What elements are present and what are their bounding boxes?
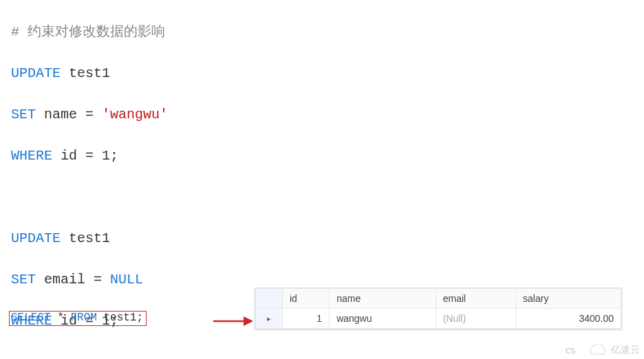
table-name: test1 bbox=[61, 230, 110, 246]
cell-name[interactable]: wangwu bbox=[330, 309, 436, 329]
watermark-text: 亿速云 bbox=[611, 344, 640, 356]
code-comment: # 约束对修改数据的影响 bbox=[11, 24, 165, 40]
kw-update: UPDATE bbox=[11, 65, 61, 81]
row-marker-icon: ▸ bbox=[256, 309, 283, 329]
watermark: 亿速云 bbox=[589, 344, 640, 356]
kw-select: SELECT bbox=[11, 312, 51, 324]
kw-set: SET bbox=[11, 107, 36, 122]
col-header-salary[interactable]: salary bbox=[516, 289, 621, 309]
star: * bbox=[51, 312, 71, 324]
col-email: email bbox=[36, 272, 94, 287]
highlighted-select-stmt: SELECT * FROM test1; bbox=[9, 311, 147, 326]
op-eq: = bbox=[94, 272, 102, 287]
semicolon: ; bbox=[110, 148, 118, 164]
col-id: id bbox=[52, 148, 85, 164]
result-data-row[interactable]: ▸ 1 wangwu (Null) 3400.00 bbox=[256, 309, 621, 329]
col-header-email[interactable]: email bbox=[436, 289, 515, 309]
op-eq: = bbox=[85, 107, 94, 122]
kw-null: NULL bbox=[102, 272, 143, 287]
cell-salary[interactable]: 3400.00 bbox=[516, 309, 621, 329]
kw-set: SET bbox=[11, 272, 36, 287]
kw-where: WHERE bbox=[11, 148, 52, 164]
query-result-grid: id name email salary ▸ 1 wangwu (Null) 3… bbox=[255, 287, 622, 329]
kw-from: FROM bbox=[70, 312, 96, 324]
corner-label: C5 bbox=[566, 347, 575, 355]
str-literal: 'wangwu' bbox=[94, 107, 168, 122]
kw-update: UPDATE bbox=[11, 230, 61, 246]
cell-email-null[interactable]: (Null) bbox=[436, 309, 515, 329]
row-marker-header bbox=[256, 289, 283, 309]
result-header-row: id name email salary bbox=[256, 289, 621, 309]
col-header-id[interactable]: id bbox=[283, 289, 330, 309]
col-header-name[interactable]: name bbox=[330, 289, 436, 309]
semicolon: ; bbox=[136, 312, 143, 324]
svg-marker-1 bbox=[244, 316, 253, 326]
col-name: name bbox=[36, 107, 85, 122]
arrow-icon bbox=[212, 314, 253, 333]
num-literal: 1 bbox=[94, 148, 110, 164]
cell-id[interactable]: 1 bbox=[283, 309, 330, 329]
table-name: test1 bbox=[61, 65, 110, 81]
cloud-icon bbox=[589, 344, 608, 356]
op-eq: = bbox=[85, 148, 94, 164]
table-name: test1 bbox=[97, 312, 137, 324]
